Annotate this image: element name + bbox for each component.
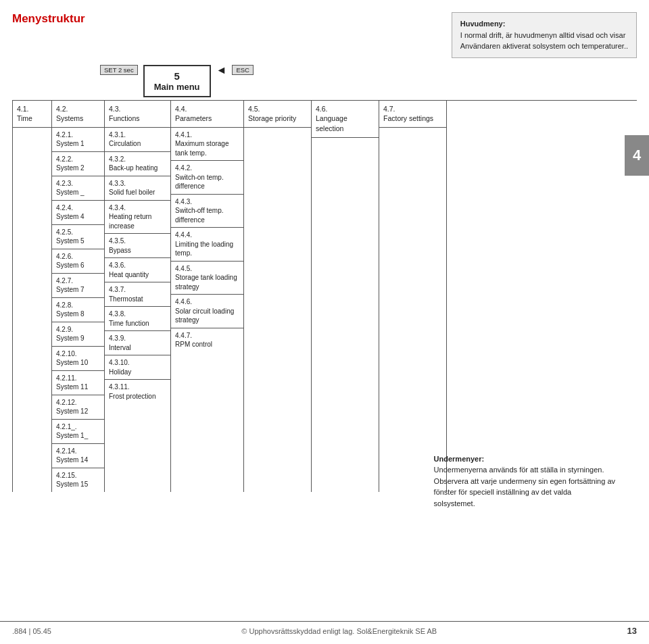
header-time: 4.1. Time: [13, 101, 51, 128]
sub-param-4: 4.4.4. Limiting the loading temp.: [171, 228, 243, 262]
sub-func-6: 4.3.6. Heat quantity: [105, 258, 170, 282]
main-menu-label: Main menu: [154, 82, 200, 92]
header-factory: 4.7. Factory settings: [379, 101, 446, 128]
footer-page-number: 13: [627, 626, 637, 636]
sub-system-4: 4.2.4. System 4: [52, 201, 104, 225]
page: Menystruktur Huvudmeny: I normal drift, …: [0, 0, 649, 644]
sub-system-6: 4.2.6. System 6: [52, 249, 104, 274]
sub-func-3: 4.3.3. Solid fuel boiler: [105, 176, 170, 201]
sub-system-10: 4.2.10. System 10: [52, 347, 104, 371]
page-title: Menystruktur: [12, 12, 85, 26]
undermenyer-info: Undermenyer: Undermenyerna används för a…: [434, 453, 615, 510]
sub-func-10: 4.3.10. Holiday: [105, 355, 170, 380]
col-systems: 4.2. Systems 4.2.1. System 1 4.2.2. Syst…: [52, 101, 105, 492]
header-parameters: 4.4. Parameters: [171, 101, 243, 128]
footer-center-text: © Upphovsrättsskyddad enligt lag. Sol&En…: [241, 627, 437, 635]
sub-system-3: 4.2.3. System _: [52, 176, 104, 201]
header-language: 4.6. Language selection: [312, 101, 379, 138]
menu-nav-row: SET 2 sec 5 Main menu ◄ ESC: [12, 65, 637, 97]
sub-func-2: 4.3.2. Back-up heating: [105, 152, 170, 176]
sub-func-7: 4.3.7. Thermostat: [105, 282, 170, 307]
sub-param-5: 4.4.5. Storage tank loading strategy: [171, 262, 243, 295]
sub-func-9: 4.3.9. Interval: [105, 331, 170, 355]
page-header: Menystruktur Huvudmeny: I normal drift, …: [12, 12, 637, 58]
hauptmenu-info: Huvudmeny: I normal drift, är huvudmenyn…: [452, 12, 637, 58]
sub-system-7: 4.2.7. System 7: [52, 274, 104, 298]
sub-param-2: 4.4.2. Switch-on temp. difference: [171, 161, 243, 195]
esc-badge[interactable]: ESC: [232, 65, 254, 75]
sub-param-6: 4.4.6. Solar circuit loading strategy: [171, 295, 243, 328]
header-storage-priority: 4.5. Storage priority: [244, 101, 311, 128]
sub-system-15: 4.2.15. System 15: [52, 468, 104, 492]
sub-param-3: 4.4.3. Switch-off temp. difference: [171, 195, 243, 228]
arrow-left-icon: ◄: [216, 65, 227, 76]
footer: .884 | 05.45 © Upphovsrättsskyddad enlig…: [0, 621, 649, 636]
main-grid-row: 4.1. Time 4.2. Systems 4.2.1. System 1 4…: [12, 100, 637, 492]
main-menu-number: 5: [154, 70, 200, 82]
col-functions: 4.3. Functions 4.3.1. Circulation 4.3.2.…: [105, 101, 171, 492]
sub-func-4: 4.3.4. Heating return increase: [105, 201, 170, 234]
col-language: 4.6. Language selection: [312, 101, 379, 492]
sub-func-1: 4.3.1. Circulation: [105, 128, 170, 152]
hauptmenu-title: Huvudmeny:: [460, 20, 506, 28]
sub-system-12: 4.2.12. System 12: [52, 395, 104, 420]
main-menu-box: 5 Main menu: [143, 65, 211, 97]
set-badge[interactable]: SET 2 sec: [100, 65, 138, 75]
menu-grid: 4.1. Time 4.2. Systems 4.2.1. System 1 4…: [12, 100, 637, 492]
sub-system-5: 4.2.5. System 5: [52, 225, 104, 249]
sub-system-8: 4.2.8. System 8: [52, 298, 104, 322]
sub-system-2: 4.2.2. System 2: [52, 152, 104, 176]
header-systems: 4.2. Systems: [52, 101, 104, 128]
chapter-number-badge: 4: [625, 135, 649, 176]
undermenyer-title: Undermenyer:: [434, 455, 485, 463]
footer-left-text: .884 | 05.45: [12, 627, 51, 635]
sub-func-5: 4.3.5. Bypass: [105, 234, 170, 258]
col-storage-priority: 4.5. Storage priority: [244, 101, 312, 492]
header-functions: 4.3. Functions: [105, 101, 170, 128]
col-factory: 4.7. Factory settings: [379, 101, 447, 492]
sub-system-1: 4.2.1. System 1: [52, 128, 104, 152]
sub-system-11: 4.2.11. System 11: [52, 371, 104, 395]
sub-param-1: 4.4.1. Maximum storage tank temp.: [171, 128, 243, 162]
col-time: 4.1. Time: [13, 101, 52, 492]
sub-system-14: 4.2.14. System 14: [52, 444, 104, 468]
sub-func-11: 4.3.11. Frost protection: [105, 380, 170, 403]
col-parameters: 4.4. Parameters 4.4.1. Maximum storage t…: [171, 101, 244, 492]
sub-param-7: 4.4.7. RPM control: [171, 328, 243, 352]
sub-system-9: 4.2.9. System 9: [52, 322, 104, 347]
sub-system-13: 4.2.1_. System 1_: [52, 420, 104, 444]
hauptmenu-text: I normal drift, är huvudmenyn alltid vis…: [460, 31, 628, 51]
undermenyer-text: Undermenyerna används för att ställa in …: [434, 466, 615, 507]
sub-func-8: 4.3.8. Time function: [105, 307, 170, 331]
